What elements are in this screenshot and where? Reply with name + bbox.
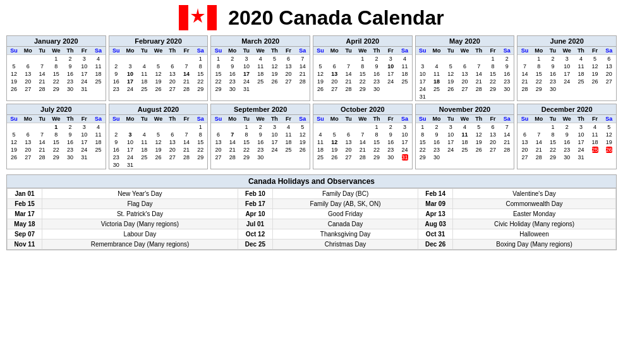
calendar-day xyxy=(137,123,151,131)
calendar-day: 3 xyxy=(77,123,91,131)
calendar-day: 9 xyxy=(546,63,560,70)
calendar-day: 7 xyxy=(341,63,355,70)
calendar-day: 14 xyxy=(500,131,514,138)
calendar-day: 10 xyxy=(416,70,430,78)
calendar-day: 11 xyxy=(282,131,296,138)
calendar-day: 19 xyxy=(327,146,341,154)
calendar-day: 16 xyxy=(560,138,574,146)
calendar-day: 1 xyxy=(239,123,253,131)
calendar-day xyxy=(296,85,310,93)
calendar-day: 27 xyxy=(341,154,355,161)
holiday-name: St. Patrick's Day xyxy=(42,209,238,219)
calendar-day: 1 xyxy=(486,55,500,63)
calendar-day: 15 xyxy=(193,70,207,78)
calendar-day: 17 xyxy=(123,146,137,154)
calendar-day: 8 xyxy=(193,63,207,70)
calendar-day: 2 xyxy=(109,131,123,138)
calendar-day: 22 xyxy=(546,146,560,154)
calendar-day: 16 xyxy=(430,138,444,146)
calendar-day: 8 xyxy=(416,131,430,138)
calendar-day: 21 xyxy=(500,138,514,146)
calendar-day: 25 xyxy=(574,78,588,85)
holiday-date: Apr 13 xyxy=(418,209,453,219)
page: 2020 Canada Calendar January 2020SuMoTuW… xyxy=(0,0,623,255)
calendar-day: 15 xyxy=(239,138,253,146)
calendar-day: 8 xyxy=(370,131,384,138)
calendar-day xyxy=(486,93,500,100)
calendar-day: 8 xyxy=(532,63,546,70)
holiday-name: New Year's Day xyxy=(42,189,238,199)
holiday-date: Mar 17 xyxy=(8,209,42,219)
calendar-day: 23 xyxy=(546,78,560,85)
calendar-day xyxy=(356,123,370,131)
calendar-day: 4 xyxy=(313,131,327,138)
calendar-day: 24 xyxy=(267,146,281,154)
holiday-name: Thanksgiving Day xyxy=(272,229,418,240)
calendar-day xyxy=(457,55,471,63)
calendar-day xyxy=(267,85,281,93)
calendar-day: 11 xyxy=(457,131,471,138)
holiday-name: Flag Day xyxy=(42,199,238,209)
calendar-day: 20 xyxy=(211,146,225,154)
month-block: June 2020SuMoTuWeThFrSa12345678910111213… xyxy=(517,35,617,101)
calendar-day xyxy=(444,55,457,63)
calendar-day: 23 xyxy=(226,78,239,85)
calendar-day: 14 xyxy=(296,63,310,70)
calendar-day: 17 xyxy=(574,138,588,146)
calendar-day: 14 xyxy=(226,138,239,146)
calendar-day: 5 xyxy=(151,131,165,138)
calendar-day: 6 xyxy=(211,131,225,138)
calendar-day: 24 xyxy=(123,85,137,93)
calendar-day: 12 xyxy=(7,138,21,146)
holiday-date: May 18 xyxy=(8,219,42,229)
calendar-day: 28 xyxy=(179,85,193,93)
calendar-day: 4 xyxy=(137,131,151,138)
calendar-day xyxy=(226,123,239,131)
calendar-day: 22 xyxy=(193,146,207,154)
calendar-day: 31 xyxy=(239,85,253,93)
calendar-day: 28 xyxy=(35,85,49,93)
calendar-day xyxy=(166,55,179,63)
calendar-day: 16 xyxy=(226,70,239,78)
holiday-name: Labour Day xyxy=(42,229,238,240)
calendar-day: 13 xyxy=(21,138,35,146)
calendar-day: 18 xyxy=(137,146,151,154)
month-title: December 2020 xyxy=(517,104,616,115)
calendar-day: 31 xyxy=(77,154,91,161)
calendar-day: 10 xyxy=(397,131,411,138)
calendar-day: 5 xyxy=(7,131,21,138)
calendar-day: 19 xyxy=(7,146,21,154)
calendar-day: 7 xyxy=(179,63,193,70)
calendar-day xyxy=(296,154,310,161)
calendar-day xyxy=(574,85,588,93)
calendar-day xyxy=(532,123,546,131)
calendar-day xyxy=(21,123,35,131)
calendar-day xyxy=(137,161,151,169)
calendar-day xyxy=(151,123,165,131)
calendar-day xyxy=(109,123,123,131)
calendar-day: 12 xyxy=(588,63,602,70)
calendar-day xyxy=(193,161,207,169)
calendar-day: 1 xyxy=(532,55,546,63)
calendar-day: 13 xyxy=(486,131,500,138)
calendar-day: 6 xyxy=(517,131,531,138)
calendar-day: 29 xyxy=(356,85,370,93)
calendar-day: 31 xyxy=(397,154,411,161)
calendar-day: 8 xyxy=(356,63,370,70)
calendar-day: 13 xyxy=(341,138,355,146)
calendar-day: 22 xyxy=(211,78,225,85)
calendar-day: 16 xyxy=(370,70,384,78)
calendar-day: 20 xyxy=(517,146,531,154)
calendar-day xyxy=(457,93,471,100)
calendar-day: 29 xyxy=(193,154,207,161)
calendar-day: 10 xyxy=(77,131,91,138)
holiday-name: Family Day (AB, SK, ON) xyxy=(272,199,418,209)
calendar-day: 30 xyxy=(253,154,267,161)
calendar-day: 28 xyxy=(517,85,531,93)
calendar-day: 21 xyxy=(341,78,355,85)
calendar-day: 3 xyxy=(444,123,457,131)
month-title: January 2020 xyxy=(7,36,106,47)
calendar-day: 16 xyxy=(253,138,267,146)
calendar-day: 20 xyxy=(21,78,35,85)
calendar-day: 15 xyxy=(356,70,370,78)
